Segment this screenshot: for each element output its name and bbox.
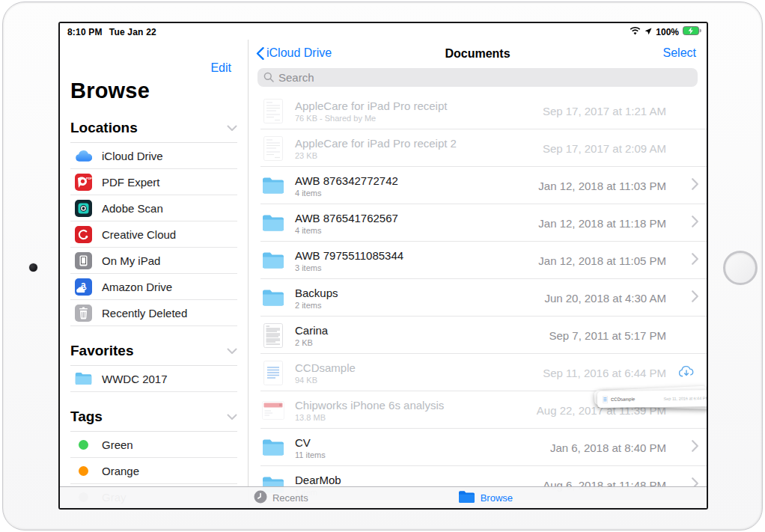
home-button[interactable] <box>723 251 758 285</box>
sidebar-item-pdf-expert[interactable]: PDFPDF Expert <box>70 169 237 195</box>
chevron-right-icon <box>692 253 698 268</box>
file-name: Carina <box>295 324 549 337</box>
sidebar-item-creative-cloud[interactable]: Creative Cloud <box>70 221 237 248</box>
edit-button[interactable]: Edit <box>210 61 231 75</box>
doc-receipt-icon <box>260 136 286 161</box>
drag-stack[interactable]: CCDsample Sep 11, 2016 at 6:44 PM 7 <box>591 388 707 418</box>
select-button[interactable]: Select <box>663 46 696 60</box>
icloud-drive-icon <box>75 147 92 165</box>
sidebar-item-label: PDF Expert <box>102 176 160 189</box>
file-meta: 2 KB <box>295 338 549 347</box>
file-date: Sep 11, 2016 at 6:44 PM <box>543 367 666 379</box>
file-row[interactable]: AWB 876342772742 4 items Jan 12, 2018 at… <box>249 167 707 204</box>
tab-browse[interactable]: Browse <box>458 490 513 506</box>
sidebar-sections: LocationsiCloud DrivePDFPDF ExpertAdobe … <box>70 120 237 510</box>
file-meta: 4 items <box>295 189 538 198</box>
file-name: AWB 7975511085344 <box>295 249 538 262</box>
file-name: CCDsample <box>295 361 543 374</box>
search-input[interactable] <box>257 68 698 87</box>
folder-icon <box>260 438 286 456</box>
screen: 8:10 PM Tue Jan 22 100% Edit Browse Loca… <box>58 22 708 510</box>
file-date: Sep 17, 2017 at 1:21 AM <box>543 105 666 117</box>
file-name: CV <box>295 436 550 449</box>
file-row[interactable]: CCDsample 94 KB Sep 11, 2016 at 6:44 PM <box>249 354 707 391</box>
file-date: Jun 20, 2018 at 4:30 AM <box>544 292 666 305</box>
sidebar-item-label: Green <box>102 438 133 451</box>
file-meta: 94 KB <box>295 376 543 385</box>
svg-text:PDF: PDF <box>86 176 92 180</box>
location-arrow-icon <box>644 27 652 37</box>
file-row[interactable]: Backups 2 items Jun 20, 2018 at 4:30 AM <box>249 279 707 317</box>
sidebar-item-label: Creative Cloud <box>102 228 176 241</box>
doc-receipt-icon <box>260 99 286 123</box>
battery-icon <box>683 26 701 37</box>
sidebar-item-wwdc-2017[interactable]: WWDC 2017 <box>70 366 237 392</box>
status-time: 8:10 PM <box>67 27 103 37</box>
folder-icon <box>75 370 92 388</box>
sidebar-item-recently-deleted[interactable]: Recently Deleted <box>70 300 237 326</box>
sidebar-item-label: Adobe Scan <box>102 202 163 215</box>
file-meta: 76 KB - Shared by Me <box>295 114 543 123</box>
mini-doc-icon <box>603 396 608 403</box>
file-row[interactable]: Carina 2 KB Sep 7, 2011 at 5:17 PM <box>249 317 707 354</box>
chevron-right-icon <box>692 440 698 455</box>
chevron-right-icon <box>692 215 698 230</box>
tab-recents[interactable]: Recents <box>254 490 308 506</box>
chevron-right-icon <box>692 178 698 193</box>
file-date: Sep 7, 2011 at 5:17 PM <box>549 329 667 342</box>
sidebar-item-orange[interactable]: Orange <box>70 458 237 484</box>
file-row[interactable]: CV 11 items Jan 6, 2018 at 8:40 PM <box>249 429 707 466</box>
chevron-down-icon[interactable] <box>227 410 237 424</box>
doc-pdf-icon <box>260 401 286 420</box>
sidebar-item-amazon-drive[interactable]: aAmazon Drive <box>70 274 237 300</box>
file-meta: 23 KB <box>295 151 543 160</box>
page-title: Documents <box>249 47 707 61</box>
folder-icon <box>260 177 286 195</box>
sidebar-item-label: Amazon Drive <box>102 281 172 293</box>
status-date: Tue Jan 22 <box>109 27 156 37</box>
file-name: AWB 876342772742 <box>295 174 538 187</box>
search-icon <box>263 72 274 85</box>
file-row[interactable]: AppleCare for iPad Pro receipt 2 23 KB S… <box>249 129 707 167</box>
on-my-ipad-icon <box>75 252 92 269</box>
wifi-icon <box>630 27 641 37</box>
folder-icon <box>260 251 286 269</box>
content-header: iCloud Drive Documents Select <box>249 40 707 92</box>
file-date: Sep 17, 2017 at 2:09 AM <box>543 142 666 155</box>
amazon-drive-icon: a <box>75 278 92 296</box>
file-name: Chipworks iPhone 6s analysis <box>295 399 537 412</box>
file-date: Jan 12, 2018 at 11:18 PM <box>538 217 666 230</box>
file-list: AppleCare for iPad Pro receipt 76 KB - S… <box>249 92 707 510</box>
file-date: Jan 12, 2018 at 11:03 PM <box>538 180 666 192</box>
file-date: Jan 6, 2018 at 8:40 PM <box>550 441 666 454</box>
front-camera <box>29 263 37 272</box>
download-cloud-icon[interactable] <box>677 364 695 382</box>
sidebar-title: Browse <box>70 79 237 103</box>
clock-icon <box>254 490 267 506</box>
file-row[interactable]: AWB 7975511085344 3 items Jan 12, 2018 a… <box>249 242 707 279</box>
sidebar-item-icloud-drive[interactable]: iCloud Drive <box>70 143 237 169</box>
status-bar: 8:10 PM Tue Jan 22 100% <box>60 23 707 40</box>
tag-icon <box>75 462 92 480</box>
sidebar-item-green[interactable]: Green <box>70 432 237 458</box>
chevron-down-icon[interactable] <box>227 121 237 135</box>
tag-icon <box>75 436 92 453</box>
file-name: AppleCare for iPad Pro receipt <box>295 100 543 112</box>
sidebar-item-on-my-ipad[interactable]: On My iPad <box>70 248 237 274</box>
sidebar-item-label: Orange <box>102 465 139 477</box>
file-meta: 4 items <box>295 226 538 235</box>
file-name: DearMob <box>295 474 543 486</box>
sidebar-item-adobe-scan[interactable]: Adobe Scan <box>70 195 237 221</box>
folder-icon <box>260 289 286 307</box>
sidebar-section-locations: LocationsiCloud DrivePDFPDF ExpertAdobe … <box>70 120 237 326</box>
sidebar-item-label: WWDC 2017 <box>102 373 168 385</box>
chevron-down-icon[interactable] <box>227 344 237 358</box>
doc-bluelines-icon <box>260 361 286 385</box>
doc-dense-icon <box>260 323 286 348</box>
documents-pane: iCloud Drive Documents Select <box>249 40 707 510</box>
pdf-expert-icon: PDF <box>75 174 92 191</box>
file-row[interactable]: AppleCare for iPad Pro receipt 76 KB - S… <box>249 92 707 129</box>
drag-card-date: Sep 11, 2016 at 6:44 PM <box>664 396 707 401</box>
file-row[interactable]: AWB 876541762567 4 items Jan 12, 2018 at… <box>249 204 707 242</box>
file-meta: 2 items <box>295 301 544 310</box>
